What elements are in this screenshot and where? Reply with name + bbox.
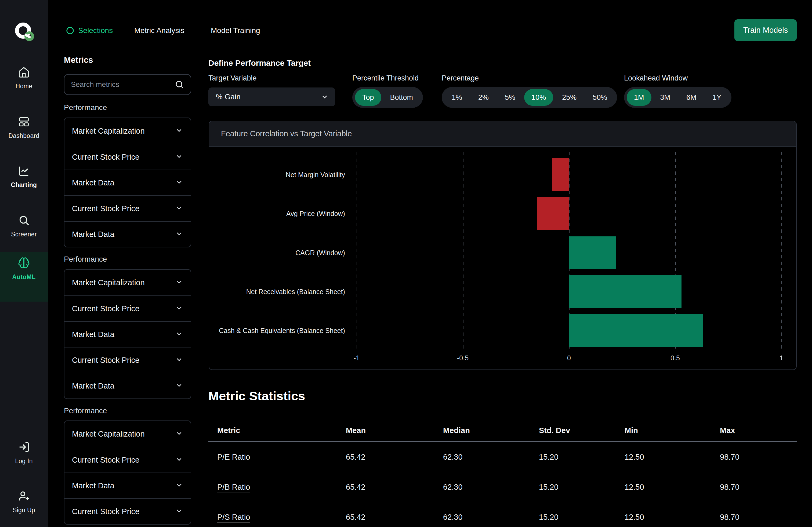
train-models-button[interactable]: Train Models [735, 19, 797, 41]
stats-header-row: MetricMeanMedianStd. DevMinMax [208, 419, 797, 442]
lookahead-option-6m[interactable]: 6M [679, 89, 704, 106]
chevron-down-icon [175, 356, 183, 365]
metric-name-link[interactable]: P/E Ratio [217, 453, 250, 462]
percentage-option-5[interactable]: 5% [497, 89, 523, 106]
metric-accordion-item[interactable]: Market Capitalization [64, 270, 191, 296]
chart-card-header: Feature Correlation vs Target Variable [209, 121, 796, 147]
percentage-option-50[interactable]: 50% [585, 89, 614, 106]
threshold-option-top[interactable]: Top [355, 89, 381, 106]
metric-accordion-item[interactable]: Current Stock Price [64, 447, 191, 472]
metric-group-label: Performance [64, 103, 107, 112]
sidebar-item-automl[interactable]: AutoML [0, 252, 48, 302]
target-variable-label: Target Variable [208, 74, 257, 82]
metric-group: Market CapitalizationCurrent Stock Price… [64, 118, 191, 247]
sidebar-item-label: Home [16, 82, 32, 90]
lookahead-window-label: Lookahead Window [624, 74, 688, 82]
metric-accordion-item[interactable]: Market Data [64, 373, 191, 398]
sidebar-item-label: Sign Up [13, 507, 35, 514]
metric-accordion-item[interactable]: Market Capitalization [64, 421, 191, 447]
sidebar-item-screener[interactable]: Screener [0, 209, 48, 243]
sidebar-item-signup[interactable]: Sign Up [0, 485, 48, 519]
sidebar-item-label: Screener [11, 231, 37, 238]
stats-cell: 62.30 [443, 453, 539, 462]
metrics-search [64, 74, 191, 95]
correlation-bar [552, 158, 569, 191]
chart-category-label: Avg Price (Window) [216, 210, 345, 217]
stats-cell: 98.70 [720, 483, 797, 492]
target-variable-select[interactable]: % Gain [208, 88, 335, 106]
chevron-down-icon [175, 330, 183, 339]
metric-accordion-item[interactable]: Current Stock Price [64, 347, 191, 373]
metric-accordion-item[interactable]: Market Capitalization [64, 118, 191, 144]
lookahead-option-3m[interactable]: 3M [653, 89, 678, 106]
percentage-segment: 1%2%5%10%25%50% [442, 87, 617, 108]
stats-column-header: Mean [346, 426, 443, 435]
tab-label: Selections [78, 26, 113, 35]
percentage-option-2[interactable]: 2% [471, 89, 496, 106]
sidebar-item-label: Charting [11, 181, 37, 189]
percentage-option-25[interactable]: 25% [555, 89, 584, 106]
table-row: P/E Ratio65.4262.3015.2012.5098.70 [208, 442, 797, 472]
sidebar: HomeDashboardChartingScreenerAutoMLLog I… [0, 0, 48, 527]
stats-cell: 15.20 [539, 483, 625, 492]
search-icon[interactable] [175, 80, 184, 89]
stats-column-header: Min [625, 426, 720, 435]
target-variable-value: % Gain [216, 93, 241, 101]
login-icon [18, 441, 30, 454]
stats-column-header: Metric [217, 426, 346, 435]
automl-page: HomeDashboardChartingScreenerAutoMLLog I… [0, 0, 812, 527]
metric-accordion-item[interactable]: Current Stock Price [64, 144, 191, 169]
metric-name-link[interactable]: P/B Ratio [217, 483, 250, 492]
sidebar-item-dashboard[interactable]: Dashboard [0, 111, 48, 144]
metric-name-link[interactable]: P/S Ratio [217, 513, 250, 522]
metric-accordion-item[interactable]: Market Data [64, 169, 191, 195]
sidebar-item-charting[interactable]: Charting [0, 160, 48, 194]
metric-item-label: Current Stock Price [72, 304, 139, 313]
metric-item-label: Current Stock Price [72, 507, 139, 516]
search-input[interactable] [64, 75, 175, 94]
chevron-down-icon [175, 455, 183, 465]
tab-model-training[interactable]: Model Training [211, 24, 260, 37]
stats-column-header: Max [720, 426, 797, 435]
tab-selections[interactable]: Selections [66, 24, 113, 37]
metric-accordion-item[interactable]: Current Stock Price [64, 195, 191, 221]
metric-accordion-item[interactable]: Market Data [64, 321, 191, 347]
x-axis-tick-label: -1 [354, 354, 360, 362]
sidebar-item-login[interactable]: Log In [0, 436, 48, 470]
tab-metric-analysis[interactable]: Metric Analysis [134, 24, 185, 37]
percentile-threshold-label: Percentile Threshold [352, 74, 419, 82]
metric-accordion-item[interactable]: Market Data [64, 472, 191, 498]
chevron-down-icon [175, 429, 183, 438]
metric-accordion-item[interactable]: Market Data [64, 221, 191, 247]
metrics-panel-title: Metrics [64, 55, 93, 65]
metric-item-label: Market Capitalization [72, 278, 145, 287]
metric-accordion-item[interactable]: Current Stock Price [64, 296, 191, 321]
metric-group: Market CapitalizationCurrent Stock Price… [64, 420, 191, 525]
chevron-down-icon [175, 304, 183, 313]
sidebar-item-label: AutoML [12, 273, 35, 281]
metric-accordion-item[interactable]: Current Stock Price [64, 498, 191, 524]
dashboard-icon [18, 116, 30, 129]
tab-label: Metric Analysis [134, 26, 185, 35]
chevron-down-icon [175, 278, 183, 287]
percentage-option-1[interactable]: 1% [445, 89, 469, 106]
metric-item-label: Market Capitalization [72, 430, 145, 438]
sidebar-item-home[interactable]: Home [0, 61, 48, 95]
percentage-option-10[interactable]: 10% [524, 89, 553, 106]
chevron-down-icon [175, 126, 183, 136]
circle-icon [66, 26, 74, 35]
table-row: P/B Ratio65.4262.3015.2012.5098.70 [208, 472, 797, 502]
lookahead-option-1y[interactable]: 1Y [706, 89, 729, 106]
sidebar-item-label: Dashboard [8, 132, 39, 139]
correlation-bar [569, 236, 616, 269]
table-row: P/S Ratio65.4262.3015.2012.5098.70 [208, 502, 797, 527]
metric-group-label: Performance [64, 407, 107, 415]
threshold-option-bottom[interactable]: Bottom [383, 89, 420, 106]
lookahead-option-1m[interactable]: 1M [627, 89, 651, 106]
correlation-bar [569, 314, 703, 347]
charting-icon [18, 165, 30, 178]
metric-item-label: Market Data [72, 481, 114, 490]
app-logo[interactable] [0, 21, 48, 42]
stats-cell: 62.30 [443, 483, 539, 492]
x-axis-tick-label: 1 [780, 354, 783, 362]
